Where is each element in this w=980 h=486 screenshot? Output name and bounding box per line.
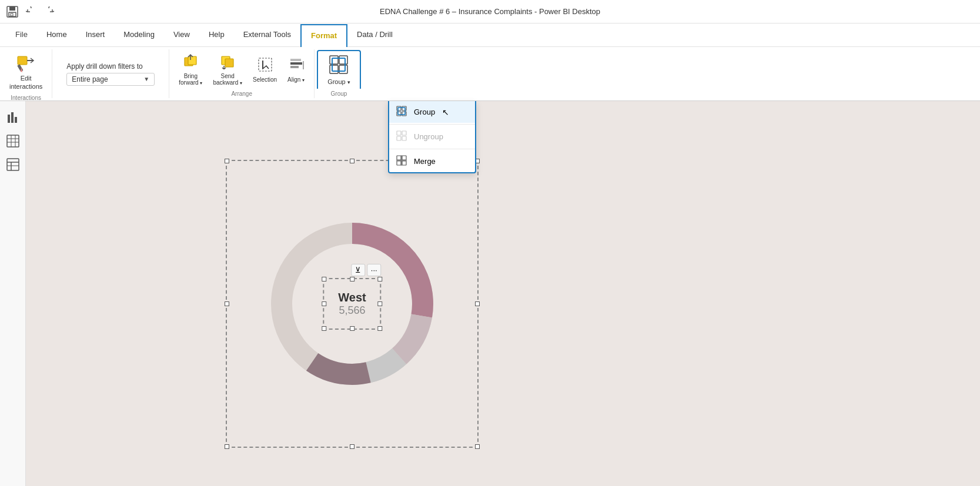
drill-filter-label: Apply drill down filters to bbox=[66, 62, 142, 71]
redo-icon[interactable] bbox=[44, 6, 54, 17]
inner-handle-rm[interactable] bbox=[378, 301, 383, 306]
drill-filter-section: Apply drill down filters to Entire page … bbox=[59, 62, 162, 86]
arrange-content: Bringforward ▾ Sendbackward ▾ bbox=[174, 49, 309, 89]
bring-forward-icon bbox=[182, 53, 199, 72]
ribbon-group-drill: Apply drill down filters to Entire page … bbox=[52, 49, 169, 98]
ribbon-group-group: Group ▾ Group bbox=[315, 49, 363, 98]
ribbon: Editinteractions Interactions Apply dril… bbox=[0, 47, 980, 101]
tab-data-drill[interactable]: Data / Drill bbox=[347, 24, 402, 46]
edit-interactions-label: Editinteractions bbox=[9, 74, 42, 91]
dropdown-merge-label: Merge bbox=[414, 157, 436, 166]
svg-rect-13 bbox=[290, 66, 299, 68]
ungroup-dropdown-icon bbox=[396, 130, 409, 143]
svg-rect-15 bbox=[330, 56, 338, 64]
svg-rect-3 bbox=[11, 14, 13, 16]
inner-handle-lm[interactable] bbox=[322, 301, 326, 306]
svg-rect-20 bbox=[397, 106, 401, 110]
svg-rect-24 bbox=[398, 108, 405, 115]
tab-file[interactable]: File bbox=[6, 24, 37, 46]
merge-dropdown-icon bbox=[396, 155, 409, 167]
svg-rect-32 bbox=[402, 161, 406, 165]
svg-rect-18 bbox=[339, 65, 347, 73]
dropdown-ungroup-label: Ungroup bbox=[414, 132, 443, 141]
dropdown-divider-1 bbox=[389, 124, 475, 125]
svg-rect-5 bbox=[17, 64, 23, 72]
edit-interactions-content: Editinteractions bbox=[2, 49, 49, 93]
svg-rect-10 bbox=[225, 59, 233, 67]
svg-rect-36 bbox=[11, 112, 14, 123]
svg-rect-35 bbox=[8, 115, 10, 123]
svg-rect-14 bbox=[290, 59, 301, 61]
svg-rect-4 bbox=[18, 56, 27, 65]
group-dropdown-icon bbox=[396, 106, 409, 118]
tab-insert[interactable]: Insert bbox=[76, 24, 115, 46]
canvas-area: ··· bbox=[26, 101, 980, 486]
chart-inner: ⊻ ··· West 5,566 bbox=[227, 161, 477, 447]
edit-interactions-icon bbox=[15, 52, 36, 73]
svg-rect-26 bbox=[402, 131, 406, 135]
arrange-group-label: Arrange bbox=[174, 89, 309, 98]
group-group-label: Group bbox=[317, 89, 361, 98]
inner-handle-tr[interactable] bbox=[378, 277, 383, 281]
ribbon-group-interactions: Editinteractions Interactions bbox=[0, 49, 52, 98]
donut-center-text-box[interactable]: ⊻ ··· West 5,566 bbox=[323, 278, 381, 330]
selection-icon bbox=[257, 56, 273, 75]
tab-view[interactable]: View bbox=[164, 24, 199, 46]
edit-interactions-button[interactable]: Editinteractions bbox=[2, 49, 49, 93]
svg-rect-8 bbox=[188, 56, 196, 65]
svg-rect-31 bbox=[397, 161, 401, 165]
group-button[interactable]: Group ▾ bbox=[317, 50, 361, 89]
svg-rect-43 bbox=[7, 159, 19, 170]
more-options-button-inner[interactable]: ··· bbox=[367, 264, 382, 276]
left-panel-matrix-icon[interactable] bbox=[4, 155, 22, 174]
svg-rect-21 bbox=[402, 106, 406, 110]
inner-handle-tm[interactable] bbox=[350, 277, 354, 281]
app-title: EDNA Challenge # 6 – Insurance Complaint… bbox=[380, 7, 600, 16]
align-icon bbox=[288, 56, 305, 75]
dropdown-item-ungroup[interactable]: Ungroup bbox=[389, 126, 475, 148]
svg-rect-11 bbox=[259, 58, 272, 71]
svg-rect-25 bbox=[397, 131, 401, 135]
svg-rect-17 bbox=[330, 65, 338, 73]
left-panel-table-icon[interactable] bbox=[4, 132, 22, 150]
svg-rect-37 bbox=[15, 117, 17, 123]
align-label: Align ▾ bbox=[287, 76, 305, 83]
align-button[interactable]: Align ▾ bbox=[283, 54, 309, 85]
inner-handle-bm[interactable] bbox=[350, 326, 354, 331]
chart-visual[interactable]: ··· bbox=[226, 160, 479, 448]
drill-filter-dropdown[interactable]: Entire page ▼ bbox=[66, 73, 155, 86]
svg-rect-30 bbox=[402, 156, 406, 160]
ribbon-tabs: File Home Insert Modeling View Help Exte… bbox=[0, 24, 980, 47]
selection-button[interactable]: Selection bbox=[248, 54, 282, 85]
dropdown-item-group[interactable]: Group ↖ bbox=[389, 101, 475, 123]
inner-handle-bl[interactable] bbox=[322, 326, 326, 331]
svg-rect-29 bbox=[397, 156, 401, 160]
group-content: Group ▾ bbox=[317, 49, 361, 89]
svg-rect-28 bbox=[402, 136, 406, 140]
tab-help[interactable]: Help bbox=[199, 24, 234, 46]
save-icon[interactable] bbox=[6, 5, 19, 18]
title-bar-left bbox=[6, 5, 54, 18]
svg-rect-22 bbox=[397, 112, 401, 116]
cursor-indicator: ↖ bbox=[442, 108, 449, 117]
bring-forward-button[interactable]: Bringforward ▾ bbox=[174, 51, 207, 88]
left-panel-barchart-icon[interactable] bbox=[4, 108, 22, 127]
tab-format[interactable]: Format bbox=[300, 24, 347, 47]
tab-external-tools[interactable]: External Tools bbox=[234, 24, 300, 46]
filter-button[interactable]: ⊻ bbox=[351, 264, 365, 276]
send-backward-button[interactable]: Sendbackward ▾ bbox=[208, 51, 247, 88]
group-label: Group ▾ bbox=[327, 78, 350, 85]
tab-home[interactable]: Home bbox=[37, 24, 76, 46]
tab-modeling[interactable]: Modeling bbox=[114, 24, 164, 46]
undo-icon[interactable] bbox=[26, 6, 36, 17]
donut-center-label: West bbox=[338, 291, 366, 304]
dropdown-group-label: Group bbox=[414, 108, 435, 116]
send-backward-icon bbox=[219, 53, 236, 72]
svg-rect-27 bbox=[397, 136, 401, 140]
svg-rect-12 bbox=[290, 62, 302, 65]
dropdown-item-merge[interactable]: Merge bbox=[389, 150, 475, 172]
inner-handle-br[interactable] bbox=[378, 326, 383, 331]
inner-handle-tl[interactable] bbox=[322, 277, 326, 281]
title-bar: EDNA Challenge # 6 – Insurance Complaint… bbox=[0, 0, 980, 24]
svg-rect-16 bbox=[339, 56, 347, 64]
